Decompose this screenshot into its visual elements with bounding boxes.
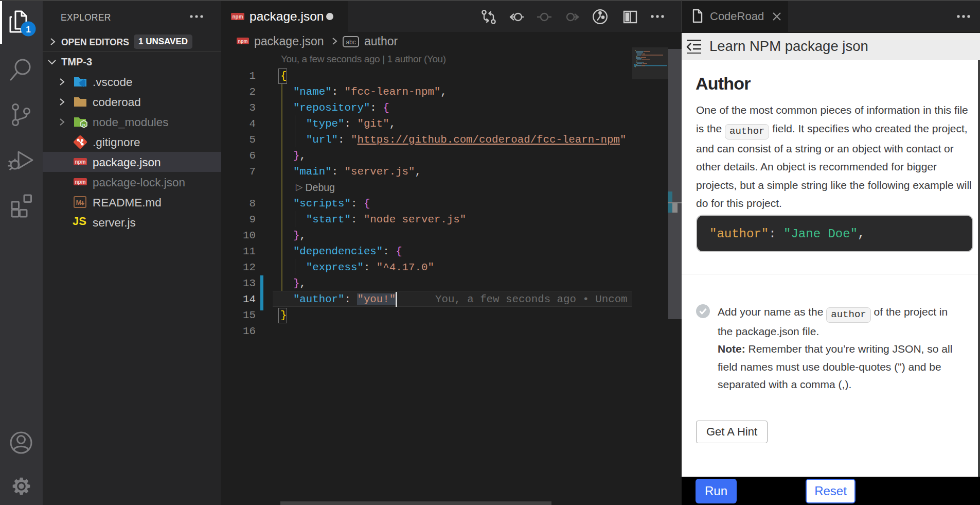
svg-text:npm: npm [75,179,85,185]
svg-text:js: js [82,123,85,127]
svg-text:1: 1 [26,25,30,34]
svg-text:M: M [76,199,82,206]
svg-text:npm: npm [75,159,85,165]
svg-text:npm: npm [238,39,248,44]
svg-text:abc: abc [346,39,355,46]
svg-text:npm: npm [232,14,243,20]
